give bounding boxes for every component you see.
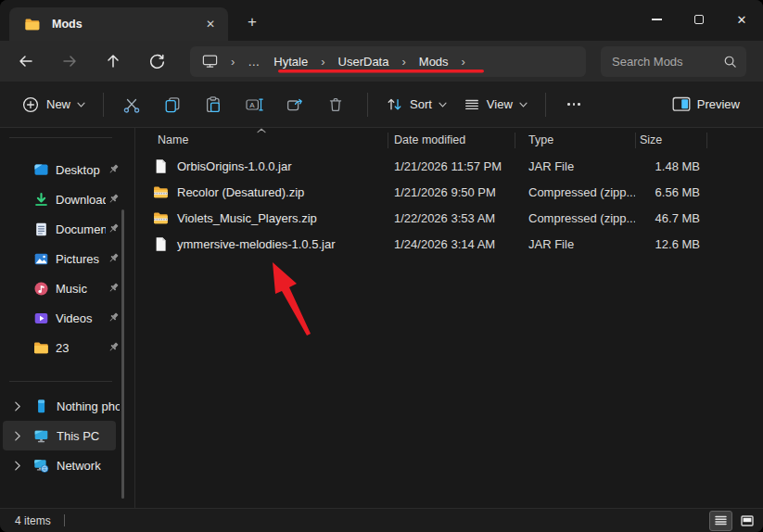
chevron-down-icon	[439, 102, 447, 108]
column-resize-handle[interactable]	[388, 133, 388, 148]
tab-mods[interactable]: Mods ✕	[9, 7, 228, 41]
close-button[interactable]: ✕	[720, 0, 763, 39]
column-resize-handle[interactable]	[635, 133, 636, 148]
pin-icon	[108, 341, 120, 353]
item-count: 4 items	[15, 514, 51, 527]
minimize-button[interactable]	[635, 0, 678, 39]
column-header-size[interactable]: Size	[635, 133, 706, 146]
titlebar: Mods ✕ + ✕	[0, 0, 763, 41]
sidebar-item-23[interactable]: 23	[0, 333, 134, 362]
search-input[interactable]	[612, 55, 723, 69]
sidebar-item-label: Desktop	[56, 163, 100, 177]
column-header-name[interactable]: Name	[135, 133, 388, 146]
delete-button[interactable]	[317, 88, 354, 121]
toolbar: New A Sort View	[0, 82, 763, 128]
folder-icon	[33, 340, 49, 356]
sidebar-scrollbar[interactable]	[121, 209, 124, 499]
new-button[interactable]: New	[13, 90, 94, 120]
view-label: View	[487, 97, 513, 111]
column-headers: Name Date modified Type Size	[135, 128, 763, 152]
forward-button[interactable]	[54, 45, 85, 77]
large-icons-view-button[interactable]	[735, 511, 758, 531]
new-tab-button[interactable]: +	[239, 10, 265, 34]
details-view-button[interactable]	[709, 511, 732, 531]
this-pc-icon	[33, 428, 49, 444]
large-icons-view-icon	[741, 515, 754, 526]
sidebar-item-downloads[interactable]: Downloads	[0, 184, 134, 214]
rename-button[interactable]: A	[235, 88, 273, 121]
cut-button[interactable]	[113, 88, 150, 121]
sort-label: Sort	[410, 97, 432, 111]
view-button[interactable]: View	[455, 91, 536, 119]
breadcrumb-item-hytale[interactable]: Hytale	[273, 55, 308, 69]
file-date-modified: 1/22/2026 3:53 AM	[388, 211, 515, 225]
share-button[interactable]	[276, 88, 313, 121]
paste-button[interactable]	[195, 88, 232, 121]
chevron-down-icon	[77, 102, 85, 108]
file-row-recolor[interactable]: Recolor (Desatured).zip 1/21/2026 9:50 P…	[135, 179, 763, 205]
sidebar-item-label: This PC	[57, 429, 99, 443]
pin-icon	[108, 252, 120, 264]
toolbar-divider	[103, 93, 104, 117]
chevron-right-icon	[13, 401, 22, 412]
breadcrumb: › … Hytale › UserData › Mods ›	[190, 46, 586, 77]
sidebar-item-this-pc[interactable]: This PC	[3, 421, 116, 450]
maximize-button[interactable]	[678, 0, 720, 39]
forward-icon	[60, 52, 79, 70]
file-date-modified: 1/24/2026 3:14 AM	[388, 237, 515, 251]
zip-file-icon	[153, 210, 169, 226]
maximize-icon	[694, 15, 704, 24]
minimize-icon	[652, 19, 662, 19]
breadcrumb-separator: ›	[401, 55, 405, 69]
more-options-button[interactable]	[555, 88, 592, 121]
file-row-orbisorigins[interactable]: OrbisOrigins-1.0.0.jar 1/21/2026 11:57 P…	[135, 153, 763, 179]
breadcrumb-item-userdata[interactable]: UserData	[338, 55, 389, 69]
file-row-violets[interactable]: Violets_Music_Players.zip 1/22/2026 3:53…	[135, 205, 763, 231]
sidebar-item-network[interactable]: Network	[3, 450, 121, 480]
sidebar-item-documents[interactable]: Documents	[0, 214, 134, 244]
file-date-modified: 1/21/2026 11:57 PM	[388, 159, 515, 173]
sidebar-item-nothing-phone[interactable]: Nothing pho	[3, 391, 121, 421]
column-resize-handle[interactable]	[706, 133, 707, 148]
sort-button[interactable]: Sort	[377, 90, 455, 119]
this-pc-icon[interactable]	[202, 54, 218, 69]
sidebar-item-label: 23	[56, 341, 69, 355]
search-box[interactable]	[601, 46, 746, 77]
back-button[interactable]	[10, 45, 42, 77]
copy-button[interactable]	[154, 88, 191, 121]
new-label: New	[46, 97, 70, 111]
navigation-bar: › … Hytale › UserData › Mods ›	[0, 41, 763, 82]
column-header-date[interactable]: Date modified	[388, 133, 515, 146]
file-row-ymmersive[interactable]: ymmersive-melodies-1.0.5.jar 1/24/2026 3…	[135, 231, 763, 257]
preview-button[interactable]: Preview	[664, 91, 748, 118]
sidebar-item-videos[interactable]: Videos	[0, 303, 134, 333]
status-bar: 4 items	[0, 508, 763, 532]
chevron-right-icon	[13, 431, 22, 441]
column-header-type[interactable]: Type	[515, 133, 635, 146]
desktop-icon	[33, 162, 49, 178]
file-name: Violets_Music_Players.zip	[177, 211, 317, 225]
refresh-button[interactable]	[141, 45, 172, 77]
file-name: OrbisOrigins-1.0.0.jar	[177, 159, 292, 173]
up-button[interactable]	[97, 45, 129, 77]
breadcrumb-item-mods[interactable]: Mods	[419, 55, 449, 69]
sidebar-item-desktop[interactable]: Desktop	[0, 155, 134, 184]
breadcrumb-separator: ›	[462, 55, 465, 69]
file-date-modified: 1/21/2026 9:50 PM	[388, 185, 515, 199]
share-icon	[286, 95, 304, 114]
tab-close-icon[interactable]: ✕	[198, 12, 223, 36]
breadcrumb-separator: ›	[321, 55, 324, 69]
column-resize-handle[interactable]	[515, 133, 515, 148]
file-list-area: Name Date modified Type Size OrbisOrigin…	[135, 128, 763, 508]
cut-icon	[122, 95, 141, 114]
sort-ascending-caret-icon	[257, 128, 266, 133]
paste-icon	[204, 95, 223, 114]
breadcrumb-overflow[interactable]: …	[248, 55, 261, 69]
view-icon	[464, 96, 480, 113]
sort-icon	[386, 95, 403, 113]
music-icon	[33, 281, 49, 297]
documents-icon	[33, 222, 49, 237]
sidebar-item-pictures[interactable]: Pictures	[0, 244, 134, 273]
tab-title: Mods	[52, 18, 83, 31]
sidebar-item-music[interactable]: Music	[0, 273, 134, 303]
